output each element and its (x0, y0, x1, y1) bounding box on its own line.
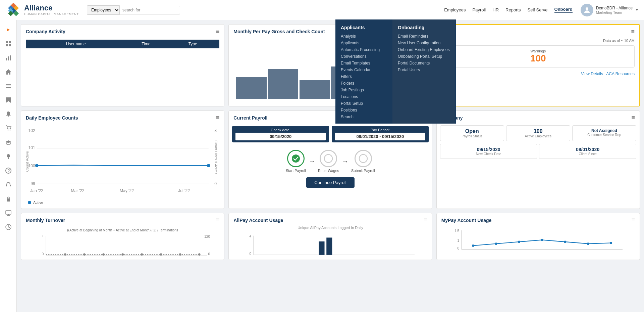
svg-point-87 (587, 243, 589, 245)
aca-warnings-box: Warnings 100 (442, 45, 635, 68)
sidebar-help-icon[interactable]: ? (2, 165, 14, 177)
current-payroll-card: Current Payroll ≡ Check date: 09/15/2020… (228, 110, 432, 209)
mypay-header: MyPay Account Usage ≡ (437, 213, 640, 226)
sidebar-expand[interactable]: ▶ (2, 24, 14, 36)
aca-menu[interactable]: ≡ (631, 28, 635, 35)
dd-locations[interactable]: Locations (335, 93, 392, 100)
svg-point-68 (198, 254, 201, 256)
svg-text:102: 102 (28, 128, 35, 133)
company-card-scroll[interactable]: Open Payroll Status 100 Active Employees… (437, 123, 640, 162)
svg-point-46 (35, 164, 39, 167)
svg-text:Count Active: Count Active (25, 151, 29, 172)
sidebar-headset-icon[interactable] (2, 179, 14, 191)
sidebar-chart-icon[interactable] (2, 52, 14, 64)
aca-resources-link[interactable]: ACA Resources (606, 72, 635, 76)
continue-payroll-button[interactable]: Continue Payroll (306, 177, 354, 188)
svg-text:1.5: 1.5 (454, 229, 460, 233)
nav-selfserve[interactable]: Self Serve (528, 7, 548, 12)
sidebar-lock-icon[interactable] (2, 193, 14, 205)
company-activity-table-header: User name Time Type (26, 40, 219, 48)
sidebar-bookmark-icon[interactable] (2, 94, 14, 106)
search-category-select[interactable]: Employees (87, 5, 120, 15)
daily-counts-menu[interactable]: ≡ (216, 114, 220, 121)
daily-counts-card: Daily Employee Counts ≡ 102 101 100 99 3… (21, 110, 224, 209)
search-input[interactable] (120, 6, 180, 14)
svg-point-62 (83, 254, 86, 256)
client-since-label: Client Since (542, 152, 633, 156)
dd-email-reminders[interactable]: Email Reminders (392, 33, 455, 40)
mypay-menu[interactable]: ≡ (631, 217, 635, 224)
svg-point-7 (586, 7, 588, 10)
dd-onboard-existing[interactable]: Onboard Existing Employees (392, 46, 455, 53)
svg-rect-18 (8, 116, 9, 117)
sidebar-bell-icon[interactable] (2, 108, 14, 120)
user-name-block[interactable]: DemoBDR - Alliance Marketing Team (596, 6, 633, 14)
dd-job-postings[interactable]: Job Postings (335, 87, 392, 93)
sidebar-dashboard-icon[interactable] (2, 38, 14, 50)
company-activity-card: Company Activity ≡ User name Time Type (21, 24, 224, 106)
svg-point-66 (160, 254, 162, 256)
dd-analysis[interactable]: Analysis (335, 33, 392, 40)
dd-conversations[interactable]: Conversations (335, 53, 392, 60)
dd-folders[interactable]: Folders (335, 80, 392, 87)
user-dropdown-icon[interactable]: ▼ (635, 8, 639, 12)
svg-rect-11 (9, 44, 11, 46)
company-activity-menu[interactable]: ≡ (216, 28, 220, 35)
aca-footer: View Details ACA Resources (437, 70, 639, 79)
svg-point-85 (541, 239, 543, 241)
main-layout: ▶ ? (0, 20, 644, 312)
dd-portal-documents[interactable]: Portal Documents (392, 60, 455, 66)
dd-search[interactable]: Search (335, 114, 392, 120)
dd-auto-processing[interactable]: Automatic Processing (335, 46, 392, 53)
arrow-2: → (342, 158, 348, 165)
company-activity-title: Company Activity (26, 29, 65, 34)
sidebar-clock-icon[interactable] (2, 221, 14, 233)
nav-payroll[interactable]: Payroll (473, 7, 486, 12)
dd-email-templates[interactable]: Email Templates (335, 60, 392, 66)
svg-text:0: 0 (42, 252, 44, 256)
svg-rect-15 (6, 84, 11, 85)
sidebar-home-icon[interactable] (2, 66, 14, 78)
nav-hr[interactable]: HR (492, 7, 499, 12)
aca-metrics-area: Warnings 100 (437, 43, 639, 70)
main-content: Company Activity ≡ User name Time Type M… (17, 20, 644, 312)
dd-new-user-config[interactable]: New User Configuration (392, 40, 455, 46)
svg-rect-76 (327, 238, 332, 255)
company-metric-payroll-status: Open Payroll Status (440, 125, 504, 141)
sidebar-cart-icon[interactable] (2, 122, 14, 134)
dd-filters[interactable]: Filters (335, 73, 392, 80)
onboard-dropdown: Applicants Analysis Applicants Automatic… (335, 19, 456, 124)
nav-reports[interactable]: Reports (505, 7, 521, 12)
svg-point-54 (292, 154, 300, 163)
monthly-turnover-card: Monthly Turnover ≡ ((Active at Beginning… (21, 213, 224, 260)
company-card-menu[interactable]: ≡ (631, 114, 635, 121)
allpay-menu[interactable]: ≡ (424, 217, 427, 224)
sidebar-monitor-icon[interactable] (2, 207, 14, 219)
applicants-col: Applicants Analysis Applicants Automatic… (335, 19, 392, 124)
sidebar-list-icon[interactable] (2, 80, 14, 92)
nav-employees[interactable]: Employees (444, 7, 466, 12)
aca-timestamp: Data as of ~ 10 AM (437, 37, 639, 43)
dd-applicants[interactable]: Applicants (335, 40, 392, 46)
company-card: Company ≡ Open Payroll Status 100 Active… (436, 110, 640, 209)
nav-onboard[interactable]: Onboard (554, 7, 573, 13)
svg-rect-29 (8, 214, 9, 215)
svg-rect-13 (8, 56, 9, 60)
company-client-since-box: 08/01/2020 Client Since (539, 144, 636, 159)
svg-rect-26 (10, 185, 11, 186)
svg-rect-17 (6, 87, 11, 88)
dd-portal-setup[interactable]: Portal Setup (335, 100, 392, 107)
dd-onboarding-portal[interactable]: Onboarding Portal Setup (392, 53, 455, 60)
sidebar-bulb-icon[interactable] (2, 150, 14, 163)
svg-text:101: 101 (28, 145, 35, 150)
mypay-card: MyPay Account Usage ≡ 1.5 1 0 (436, 213, 640, 260)
dd-portal-users[interactable]: Portal Users (392, 66, 455, 73)
svg-point-65 (141, 254, 143, 256)
view-details-link[interactable]: View Details (581, 72, 603, 76)
sidebar-grad-icon[interactable] (2, 136, 14, 148)
svg-text:3: 3 (214, 128, 217, 133)
dd-positions[interactable]: Positions (335, 107, 392, 114)
step-wages: Enter Wages (318, 150, 339, 173)
dd-events-calendar[interactable]: Events Calendar (335, 66, 392, 73)
monthly-turnover-menu[interactable]: ≡ (216, 217, 220, 224)
